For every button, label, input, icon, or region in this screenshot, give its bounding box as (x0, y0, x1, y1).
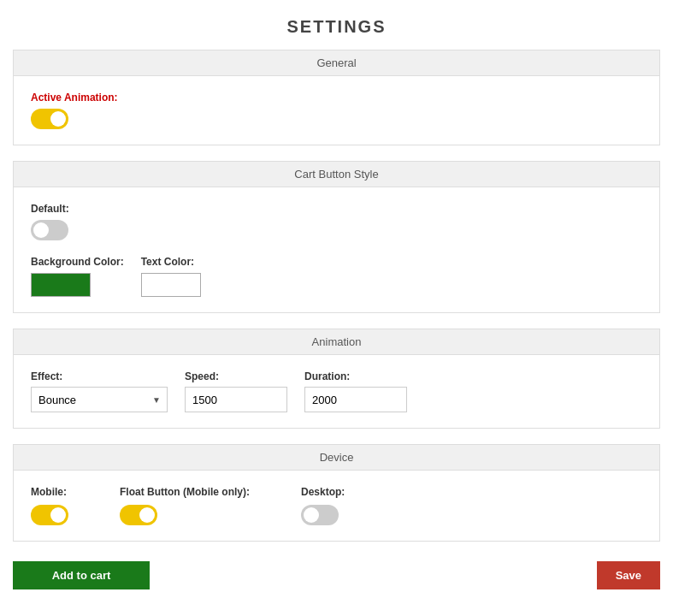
mobile-toggle[interactable] (31, 505, 68, 525)
mobile-slider (31, 505, 68, 525)
cart-button-style-section: Cart Button Style Default: Background Co… (13, 161, 660, 313)
mobile-field: Mobile: (31, 486, 68, 525)
background-color-swatch[interactable] (31, 273, 91, 297)
bottom-bar: Add to cart Save (13, 557, 660, 594)
active-animation-toggle[interactable] (31, 109, 68, 129)
animation-section-header: Animation (14, 329, 659, 355)
effect-field: Effect: Bounce Shake Pulse Wobble Flash … (31, 370, 168, 412)
text-color-group: Text Color: (141, 256, 201, 297)
cart-button-style-body: Default: Background Color: Text Color: (14, 187, 659, 312)
duration-field: Duration: (304, 370, 407, 412)
color-fields-row: Background Color: Text Color: (31, 256, 642, 297)
animation-section: Animation Effect: Bounce Shake Pulse Wob… (13, 329, 660, 429)
default-slider (31, 220, 68, 240)
general-section-header: General (14, 50, 659, 76)
page-title: SETTINGS (13, 9, 660, 50)
speed-field: Speed: (185, 370, 287, 412)
text-color-label: Text Color: (141, 256, 201, 268)
float-button-slider (120, 505, 157, 525)
page-wrapper: SETTINGS General Active Animation: Cart … (0, 0, 673, 611)
general-section: General Active Animation: (13, 50, 660, 145)
active-animation-label: Active Animation: (31, 92, 642, 104)
active-animation-slider (31, 109, 68, 129)
desktop-slider (301, 505, 339, 525)
float-button-field: Float Button (Mobile only): (120, 486, 250, 525)
duration-label: Duration: (304, 370, 407, 382)
general-section-body: Active Animation: (14, 76, 659, 145)
animation-row: Effect: Bounce Shake Pulse Wobble Flash … (31, 370, 642, 412)
desktop-field: Desktop: (301, 486, 345, 525)
desktop-label: Desktop: (301, 486, 345, 498)
mobile-label: Mobile: (31, 486, 68, 498)
effect-select-wrapper: Bounce Shake Pulse Wobble Flash ▼ (31, 387, 168, 412)
duration-input[interactable] (304, 387, 407, 412)
speed-label: Speed: (185, 370, 287, 382)
device-section: Device Mobile: Float Button (Mobile only… (13, 444, 660, 542)
background-color-group: Background Color: (31, 256, 124, 297)
float-button-toggle[interactable] (120, 505, 157, 525)
effect-label: Effect: (31, 370, 168, 382)
animation-section-body: Effect: Bounce Shake Pulse Wobble Flash … (14, 355, 659, 428)
device-row: Mobile: Float Button (Mobile only): Desk… (31, 486, 642, 525)
device-section-body: Mobile: Float Button (Mobile only): Desk… (14, 471, 659, 541)
text-color-swatch[interactable] (141, 273, 201, 297)
speed-input[interactable] (185, 387, 287, 412)
float-button-label: Float Button (Mobile only): (120, 486, 250, 498)
cart-button-style-header: Cart Button Style (14, 162, 659, 187)
add-to-cart-button[interactable]: Add to cart (13, 561, 150, 589)
save-button[interactable]: Save (597, 561, 660, 589)
effect-select[interactable]: Bounce Shake Pulse Wobble Flash (31, 387, 168, 412)
default-toggle[interactable] (31, 220, 68, 240)
desktop-toggle[interactable] (301, 505, 339, 525)
device-section-header: Device (14, 445, 659, 471)
default-label: Default: (31, 203, 642, 215)
background-color-label: Background Color: (31, 256, 124, 268)
